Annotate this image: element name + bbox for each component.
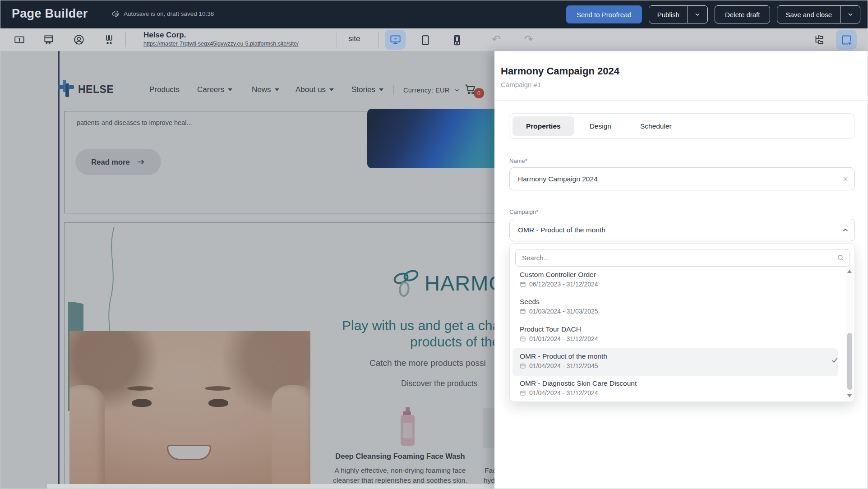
calendar-icon	[520, 308, 526, 314]
redo-button[interactable]: ↷	[522, 33, 536, 46]
clear-name-button[interactable]	[836, 175, 854, 183]
collapse-dropdown-button[interactable]	[836, 226, 854, 234]
cloud-check-icon	[111, 9, 120, 18]
chevron-down-icon	[454, 87, 460, 93]
product-card-title: Deep Cleansing Foaming Face Wash	[335, 452, 465, 461]
option-dates[interactable]: 01/01/2024 - 31/12/2024	[520, 335, 598, 342]
autosave-status: Autosave is on, draft saved 10:38	[111, 9, 214, 18]
tab-scheduler[interactable]: Scheduler	[627, 116, 685, 136]
caret-down-icon	[329, 88, 334, 91]
model-photo	[69, 331, 310, 489]
helse-logo-icon	[57, 79, 76, 98]
search-icon-button[interactable]	[831, 254, 850, 262]
photo-detail	[132, 399, 152, 407]
hero-heading-line2: products of the	[410, 334, 494, 350]
chevron-down-icon	[847, 11, 854, 18]
site-url-link[interactable]: https://master-7rqtwti-segx45igywzzy.eu-…	[143, 41, 299, 47]
desktop-icon	[389, 34, 402, 46]
add-section-icon	[840, 34, 853, 46]
account-tool-icon[interactable]	[73, 33, 85, 46]
mobile-preview-button[interactable]	[451, 34, 463, 46]
send-to-proofread-button[interactable]: Send to Proofread	[566, 5, 642, 23]
chevron-down-icon	[694, 11, 701, 18]
read-more-label: Read more	[91, 158, 129, 166]
currency-selector[interactable]: Currency: EUR	[403, 87, 460, 94]
viewport-site-label: site	[348, 34, 360, 43]
nav-careers[interactable]: Careers	[197, 85, 232, 94]
nav-about-us[interactable]: About us	[295, 85, 334, 94]
page-tree-button[interactable]	[813, 33, 825, 46]
photo-detail	[205, 386, 231, 391]
calendar-icon	[520, 363, 526, 369]
photo-detail	[127, 386, 153, 391]
scrollbar-thumb[interactable]	[847, 333, 852, 390]
site-logo-text[interactable]: HELSE	[78, 83, 114, 96]
check-icon	[830, 355, 839, 364]
nav-products[interactable]: Products	[149, 85, 180, 94]
option-dates[interactable]: 01/04/2024 - 31/12/2024	[520, 389, 598, 397]
desktop-preview-button[interactable]	[385, 30, 406, 50]
arrow-right-icon	[136, 157, 145, 166]
nav-news[interactable]: News	[252, 85, 279, 94]
option-dates[interactable]: 06/12/2023 - 31/12/2024	[520, 281, 598, 288]
harmony-logo-icon	[390, 269, 424, 299]
scroll-down-arrow[interactable]	[847, 394, 852, 397]
close-icon	[842, 175, 849, 183]
option-dates-text: 01/01/2024 - 31/12/2024	[529, 335, 598, 342]
campaign-select-value[interactable]	[510, 226, 836, 234]
scroll-up-arrow[interactable]	[847, 270, 852, 273]
top-bar: Page Builder Autosave is on, draft saved…	[0, 0, 868, 28]
campaign-select[interactable]	[509, 219, 855, 241]
nav-stories[interactable]: Stories	[351, 85, 383, 94]
toolbar-divider	[125, 32, 126, 47]
preview-scrollbar[interactable]	[47, 484, 494, 489]
option-dates[interactable]: 01/03/2024 - 31/03/2025	[520, 308, 598, 315]
components-tool-icon[interactable]	[102, 33, 115, 46]
dropdown-search-input[interactable]	[516, 254, 831, 262]
tablet-icon	[420, 34, 431, 46]
campaign-dropdown: Custom Controller Order 06/12/2023 - 31/…	[509, 243, 855, 402]
option-name[interactable]: Seeds	[520, 298, 540, 306]
name-field-label: Name*	[509, 157, 527, 164]
photo-detail	[69, 385, 105, 489]
product-card-desc: cleanser that replenishes and soothes sk…	[333, 476, 467, 484]
option-name[interactable]: OMR - Diagnostic Skin Care Discount	[520, 379, 637, 388]
save-dropdown-toggle[interactable]	[840, 6, 860, 23]
site-preview[interactable]: HELSE Products Careers News About us Sto…	[0, 51, 494, 489]
name-input[interactable]	[510, 175, 836, 183]
publish-dropdown-toggle[interactable]	[688, 6, 707, 23]
publish-button[interactable]: Publish	[649, 5, 708, 23]
tablet-preview-button[interactable]	[419, 34, 432, 46]
page-builder-app: Page Builder Autosave is on, draft saved…	[0, 0, 868, 489]
option-name[interactable]: Custom Controller Order	[520, 271, 596, 279]
panel-divider	[494, 100, 868, 101]
option-dates-text: 01/03/2024 - 31/03/2025	[529, 308, 598, 315]
option-dates-text: 01/04/2024 - 31/12/2045	[529, 362, 598, 369]
undo-button[interactable]: ↶	[489, 33, 503, 46]
read-more-button[interactable]: Read more	[75, 149, 161, 175]
publish-label[interactable]: Publish	[649, 11, 688, 18]
calendar-icon	[520, 390, 526, 396]
option-name[interactable]: Product Tour DACH	[520, 325, 581, 333]
toolbar-divider	[337, 32, 337, 47]
option-name-selected[interactable]: OMR - Product of the month	[520, 352, 607, 360]
save-and-close-label[interactable]: Save and close	[777, 11, 840, 18]
caret-down-icon	[379, 88, 383, 91]
delete-draft-button[interactable]: Delete draft	[715, 5, 771, 23]
option-dates[interactable]: 01/04/2024 - 31/12/2045	[520, 362, 598, 369]
save-and-close-button[interactable]: Save and close	[777, 5, 860, 23]
chevron-up-icon	[841, 226, 850, 234]
text-field-tool-icon[interactable]	[13, 33, 26, 46]
header-divider	[393, 85, 393, 95]
option-dates-text: 01/04/2024 - 31/12/2024	[529, 389, 598, 397]
tab-design[interactable]: Design	[576, 116, 625, 136]
add-section-button[interactable]	[836, 30, 857, 50]
page-swap-tool-icon[interactable]	[42, 33, 55, 46]
tab-properties[interactable]: Properties	[512, 116, 574, 136]
product-card2-text: Fac	[485, 466, 494, 475]
hero-heading-line1: Play with us and get a chanc	[342, 318, 494, 333]
toolbar-divider	[379, 32, 379, 47]
app-title: Page Builder	[12, 7, 88, 21]
photo-detail	[208, 399, 228, 407]
photo-detail	[167, 445, 211, 460]
